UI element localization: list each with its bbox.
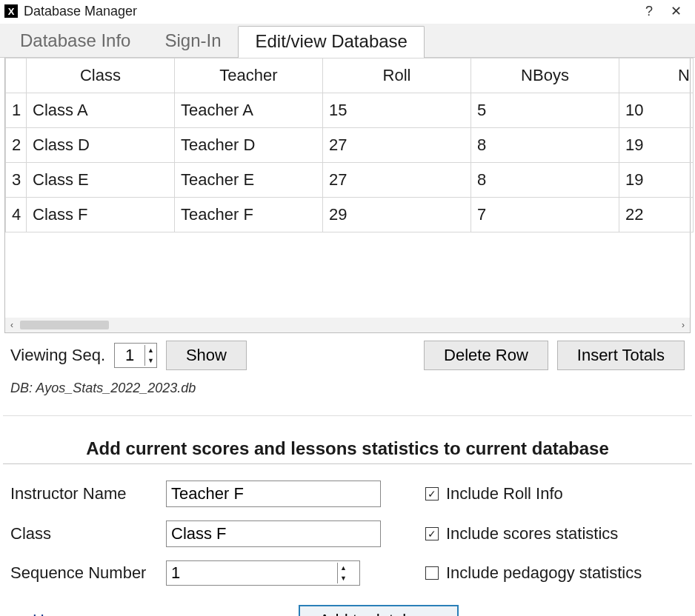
cell[interactable]: Teacher D [175, 128, 323, 163]
cell[interactable]: Class D [27, 128, 175, 163]
cell[interactable]: Teacher A [175, 93, 323, 128]
horizontal-scrollbar[interactable]: ‹ › [5, 318, 690, 332]
table-row[interactable]: 1 Class A Teacher A 15 5 10 [6, 93, 694, 128]
cell[interactable]: 10 [619, 93, 694, 128]
spinner-down-icon[interactable]: ▼ [145, 355, 156, 366]
show-button[interactable]: Show [166, 341, 247, 370]
scroll-thumb[interactable] [20, 321, 109, 329]
viewing-seq-spinner[interactable]: ▲ ▼ [114, 343, 157, 368]
window-title: Database Manager [24, 4, 636, 19]
table-corner [6, 58, 27, 93]
spinner-up-icon[interactable]: ▲ [145, 345, 156, 355]
cell[interactable]: 22 [619, 198, 694, 232]
cell[interactable]: 8 [471, 163, 619, 198]
checkbox-label: Include Roll Info [446, 484, 563, 503]
include-pedagogy-checkbox[interactable]: Include pedagogy statistics [425, 563, 685, 583]
cell[interactable]: 8 [471, 128, 619, 163]
home-label: Home [33, 611, 76, 616]
cell[interactable]: Teacher F [175, 198, 323, 232]
cell[interactable]: Class F [27, 198, 175, 232]
spinner-up-icon[interactable]: ▲ [338, 563, 349, 573]
table-row[interactable]: 4 Class F Teacher F 29 7 22 [6, 198, 694, 232]
tab-database-info[interactable]: Database Info [3, 25, 147, 57]
titlebar: X Database Manager ? ✕ [0, 0, 695, 24]
column-header[interactable]: Roll [323, 58, 471, 93]
row-number: 3 [6, 163, 27, 198]
cell[interactable]: 29 [323, 198, 471, 232]
tabs-bar: Database Info Sign-In Edit/view Database [0, 24, 695, 58]
home-link[interactable]: ⬅ Home [10, 610, 76, 616]
cell[interactable]: Teacher E [175, 163, 323, 198]
cell[interactable]: 27 [323, 128, 471, 163]
add-to-database-button[interactable]: Add to database [299, 605, 459, 616]
tab-edit-view-database[interactable]: Edit/view Database [238, 26, 424, 58]
help-button[interactable]: ? [636, 4, 662, 19]
close-button[interactable]: ✕ [662, 3, 689, 19]
instructor-input[interactable] [166, 481, 381, 507]
class-input[interactable] [166, 520, 381, 547]
column-header[interactable]: N [619, 58, 694, 93]
section-title: Add current scores and lessons statistic… [3, 415, 692, 463]
db-path-label: DB: Ayos_Stats_2022_2023.db [0, 373, 695, 398]
cell[interactable]: 5 [471, 93, 619, 128]
checkbox-label: Include scores statistics [446, 524, 618, 543]
data-table[interactable]: Class Teacher Roll NBoys N 1 Class A Tea… [5, 58, 694, 232]
include-scores-checkbox[interactable]: ✓ Include scores statistics [425, 524, 685, 543]
checkbox-icon [425, 566, 439, 580]
cell[interactable]: Class A [27, 93, 175, 128]
cell[interactable]: 15 [323, 93, 471, 128]
edit-view-panel: Class Teacher Roll NBoys N 1 Class A Tea… [4, 58, 691, 333]
scroll-track[interactable] [19, 320, 676, 330]
sequence-input[interactable] [167, 563, 337, 583]
table-row[interactable]: 3 Class E Teacher E 27 8 19 [6, 163, 694, 198]
delete-row-button[interactable]: Delete Row [424, 341, 548, 370]
sequence-label: Sequence Number [10, 563, 166, 583]
viewing-seq-input[interactable] [115, 345, 144, 366]
cell[interactable]: 27 [323, 163, 471, 198]
checkbox-icon: ✓ [425, 487, 439, 500]
sequence-spinner[interactable]: ▲ ▼ [166, 560, 360, 586]
cell[interactable]: 19 [619, 128, 694, 163]
include-roll-checkbox[interactable]: ✓ Include Roll Info [425, 484, 685, 503]
insert-totals-button[interactable]: Insert Totals [557, 341, 685, 370]
column-header[interactable]: Teacher [175, 58, 323, 93]
class-label: Class [10, 524, 166, 543]
table-row[interactable]: 2 Class D Teacher D 27 8 19 [6, 128, 694, 163]
column-header[interactable]: Class [27, 58, 175, 93]
add-stats-form: Instructor Name ✓ Include Roll Info Clas… [0, 464, 695, 590]
scroll-right-icon[interactable]: › [676, 318, 690, 332]
instructor-label: Instructor Name [10, 484, 166, 503]
spinner-down-icon[interactable]: ▼ [338, 573, 349, 583]
checkbox-icon: ✓ [425, 527, 439, 540]
cell[interactable]: 19 [619, 163, 694, 198]
scroll-left-icon[interactable]: ‹ [5, 318, 19, 332]
checkbox-label: Include pedagogy statistics [446, 563, 642, 583]
cell[interactable]: 7 [471, 198, 619, 232]
app-icon: X [4, 4, 18, 18]
viewing-seq-label: Viewing Seq. [10, 346, 105, 365]
row-number: 2 [6, 128, 27, 163]
cell[interactable]: Class E [27, 163, 175, 198]
row-number: 4 [6, 198, 27, 232]
tab-sign-in[interactable]: Sign-In [147, 25, 238, 57]
table-controls: Viewing Seq. ▲ ▼ Show Delete Row Insert … [0, 333, 695, 373]
row-number: 1 [6, 93, 27, 128]
bottom-bar: ⬅ Home Add to database [0, 590, 695, 616]
column-header[interactable]: NBoys [471, 58, 619, 93]
arrow-left-icon: ⬅ [10, 610, 25, 616]
